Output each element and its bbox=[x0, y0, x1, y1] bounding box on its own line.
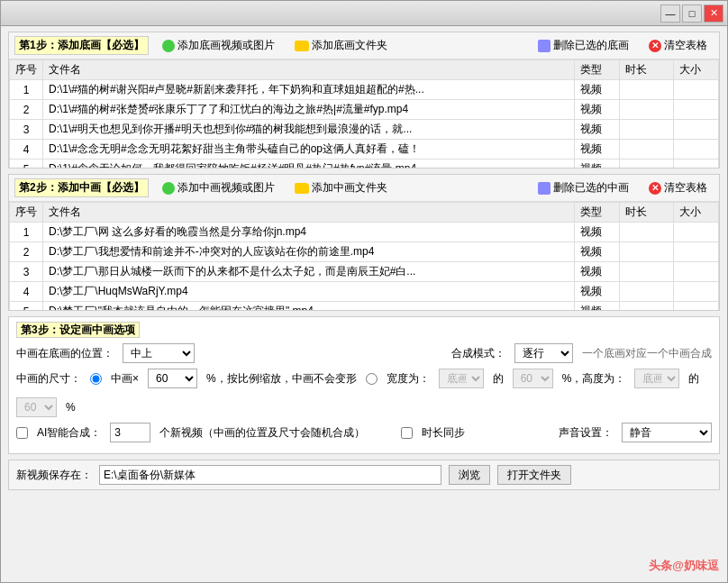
step2-table-header: 序号 文件名 类型 时长 大小 bbox=[10, 203, 719, 223]
col2-filename: 文件名 bbox=[43, 203, 575, 223]
size-radio-percent[interactable] bbox=[90, 373, 102, 385]
time-sync-label: 时长同步 bbox=[422, 425, 465, 441]
size-percent-select[interactable]: 60 708050 bbox=[148, 369, 197, 388]
step3-label: 第3步：设定画中画选项 bbox=[16, 322, 140, 338]
col2-type: 类型 bbox=[575, 203, 620, 223]
main-window: — □ ✕ 第1步：添加底画【必选】 添加底画视频或图片 添加底画文件夹 删除已… bbox=[0, 0, 728, 583]
step1-header: 第1步：添加底画【必选】 添加底画视频或图片 添加底画文件夹 删除已选的底画 ✕… bbox=[9, 32, 719, 59]
blend-mode-label: 合成模式： bbox=[451, 346, 505, 361]
step2-table-container: 序号 文件名 类型 时长 大小 1D:\梦工厂\网 这么多好看的晚霞当然是分享给… bbox=[9, 202, 719, 310]
sound-select[interactable]: 静音 底画声音中画声音混合 bbox=[622, 423, 712, 442]
table-row[interactable]: 1D:\梦工厂\网 这么多好看的晚霞当然是分享给你jn.mp4视频 bbox=[10, 223, 719, 242]
close-button[interactable]: ✕ bbox=[704, 5, 723, 23]
step3-row2: 中画的尺寸： 中画× 60 708050 %，按比例缩放，中画不会变形 宽度为：… bbox=[16, 369, 712, 417]
size-width-base-select[interactable]: 底画 bbox=[439, 369, 484, 388]
step2-clear-btn[interactable]: ✕ 清空表格 bbox=[642, 178, 714, 198]
table-row[interactable]: 2D:\1\#猫的树#张楚赟#张康乐丁了了和江忧白的海边之旅#热|#流量#fyp… bbox=[10, 100, 719, 120]
size-unit-label: %，按比例缩放，中画不会变形 bbox=[206, 371, 357, 387]
col-type: 类型 bbox=[575, 60, 620, 80]
table-row[interactable]: 5D:\1\#念念无论如何，我都得回家陪她吃饭#杨洋#明丹#热门#热fyp#流量… bbox=[10, 159, 719, 169]
step2-label: 第2步：添加中画【必选】 bbox=[14, 178, 149, 197]
col-filename: 文件名 bbox=[43, 60, 575, 80]
step1-table-container: 序号 文件名 类型 时长 大小 1D:\1\#猫的树#谢兴阳#卢昱晓#新剧来袭拜… bbox=[9, 59, 719, 168]
step2-table-body: 1D:\梦工厂\网 这么多好看的晚霞当然是分享给你jn.mp4视频2D:\梦工厂… bbox=[10, 223, 719, 311]
clear2-icon: ✕ bbox=[649, 182, 661, 195]
size-radio-width[interactable] bbox=[366, 373, 378, 385]
step2-header: 第2步：添加中画【必选】 添加中画视频或图片 添加中画文件夹 删除已选的中画 ✕… bbox=[9, 175, 719, 202]
table-row[interactable]: 1D:\1\#猫的树#谢兴阳#卢昱晓#新剧来袭拜托，年下奶狗和直球姐姐超配的#热… bbox=[10, 80, 719, 100]
add-video2-icon bbox=[162, 182, 175, 195]
title-bar: — □ ✕ bbox=[1, 1, 727, 26]
step1-table-body: 1D:\1\#猫的树#谢兴阳#卢昱晓#新剧来袭拜托，年下奶狗和直球姐姐超配的#热… bbox=[10, 80, 719, 169]
col2-num: 序号 bbox=[10, 203, 43, 223]
open-folder-button[interactable]: 打开文件夹 bbox=[497, 465, 571, 485]
blend-note: 一个底画对应一个中画合成 bbox=[582, 346, 712, 361]
table-row[interactable]: 3D:\梦工厂\那日从城楼一跃而下的从来都不是什么太子妃，而是南辰王妃#白...… bbox=[10, 262, 719, 282]
table-row[interactable]: 4D:\梦工厂\HuqMsWaRjY.mp4视频 bbox=[10, 282, 719, 302]
table-row[interactable]: 4D:\1\#念念无明#念念无明花絮好甜当主角带头磕自己的op这俩人真好看，磕！… bbox=[10, 140, 719, 159]
step1-delete-btn[interactable]: 删除已选的底画 bbox=[532, 35, 635, 56]
col-duration: 时长 bbox=[620, 60, 674, 80]
step3-section: 第3步：设定画中画选项 中画在底画的位置： 中上 左上右上 左中正中右中 左下中… bbox=[8, 316, 720, 454]
table-row[interactable]: 2D:\梦工厂\我想爱情和前途并不-冲突对的人应该站在你的前途里.mp4视频 bbox=[10, 242, 719, 262]
step1-table: 序号 文件名 类型 时长 大小 1D:\1\#猫的树#谢兴阳#卢昱晓#新剧来袭拜… bbox=[9, 59, 719, 168]
size-height-pct-select[interactable]: 60 bbox=[16, 397, 57, 417]
maximize-button[interactable]: □ bbox=[682, 5, 702, 23]
delete-icon bbox=[538, 40, 551, 52]
clear-icon: ✕ bbox=[649, 40, 661, 52]
step1-add-folder-btn[interactable]: 添加底画文件夹 bbox=[288, 35, 394, 56]
step1-section: 第1步：添加底画【必选】 添加底画视频或图片 添加底画文件夹 删除已选的底画 ✕… bbox=[8, 32, 720, 169]
col2-size: 大小 bbox=[674, 203, 719, 223]
step1-table-header: 序号 文件名 类型 时长 大小 bbox=[10, 60, 719, 80]
ai-checkbox[interactable] bbox=[16, 427, 28, 439]
ai-count-input[interactable] bbox=[110, 423, 150, 442]
output-row: 新视频保存在： 浏览 打开文件夹 bbox=[8, 460, 720, 490]
add-folder-icon bbox=[295, 41, 309, 51]
table-row[interactable]: 5D:\梦工厂\"我本就该是自由的，怎能困在这宫墙里".mp4视频 bbox=[10, 302, 719, 311]
step3-row1: 中画在底画的位置： 中上 左上右上 左中正中右中 左下中下右下 合成模式： 逐行… bbox=[16, 343, 712, 363]
watermark: 头条@奶味逗 bbox=[649, 558, 719, 574]
size-width-pct-select[interactable]: 60 bbox=[513, 369, 553, 388]
table-row[interactable]: 3D:\1\#明天也想见到你开播#明天也想到你#猫的树我能想到最浪漫的话，就..… bbox=[10, 120, 719, 140]
ai-unit-label: 个新视频（中画的位置及尺寸会随机合成） bbox=[159, 425, 365, 441]
size-height-base-select[interactable]: 底画 bbox=[634, 369, 679, 388]
step1-add-video-btn[interactable]: 添加底画视频或图片 bbox=[156, 35, 281, 56]
output-label: 新视频保存在： bbox=[16, 468, 92, 483]
size-width-unit-label: %，高度为： bbox=[562, 371, 626, 387]
step3-row3: AI智能合成： 个新视频（中画的位置及尺寸会随机合成） 时长同步 声音设置： 静… bbox=[16, 423, 712, 442]
content-area: 第1步：添加底画【必选】 添加底画视频或图片 添加底画文件夹 删除已选的底画 ✕… bbox=[1, 26, 727, 496]
step2-table: 序号 文件名 类型 时长 大小 1D:\梦工厂\网 这么多好看的晚霞当然是分享给… bbox=[9, 202, 719, 310]
position-label: 中画在底画的位置： bbox=[16, 346, 114, 361]
step1-label: 第1步：添加底画【必选】 bbox=[14, 36, 149, 55]
step2-section: 第2步：添加中画【必选】 添加中画视频或图片 添加中画文件夹 删除已选的中画 ✕… bbox=[8, 174, 720, 311]
step1-clear-btn[interactable]: ✕ 清空表格 bbox=[642, 35, 714, 56]
browse-button[interactable]: 浏览 bbox=[449, 465, 490, 485]
size-label: 中画的尺寸： bbox=[16, 371, 81, 387]
col-num: 序号 bbox=[10, 60, 43, 80]
size-of2-label: 的 bbox=[688, 371, 699, 387]
size-height-unit-label: % bbox=[66, 401, 76, 414]
minimize-button[interactable]: — bbox=[660, 5, 680, 23]
blend-mode-select[interactable]: 逐行 循环随机 bbox=[514, 343, 573, 363]
ai-label: AI智能合成： bbox=[37, 425, 101, 441]
step2-add-video-btn[interactable]: 添加中画视频或图片 bbox=[156, 178, 281, 198]
size-radio1-label: 中画× bbox=[111, 371, 139, 387]
col-size: 大小 bbox=[674, 60, 719, 80]
size-radio2-label: 宽度为： bbox=[387, 371, 430, 387]
step2-add-folder-btn[interactable]: 添加中画文件夹 bbox=[288, 178, 394, 198]
size-of-label: 的 bbox=[493, 371, 504, 387]
delete2-icon bbox=[538, 182, 551, 195]
position-select[interactable]: 中上 左上右上 左中正中右中 左下中下右下 bbox=[123, 343, 195, 363]
step2-delete-btn[interactable]: 删除已选的中画 bbox=[532, 178, 635, 198]
add-video-icon bbox=[162, 40, 175, 52]
sound-label: 声音设置： bbox=[559, 425, 613, 441]
time-sync-checkbox[interactable] bbox=[401, 427, 413, 439]
add-folder2-icon bbox=[295, 183, 309, 194]
col2-duration: 时长 bbox=[620, 203, 674, 223]
output-path-input[interactable] bbox=[99, 465, 441, 485]
